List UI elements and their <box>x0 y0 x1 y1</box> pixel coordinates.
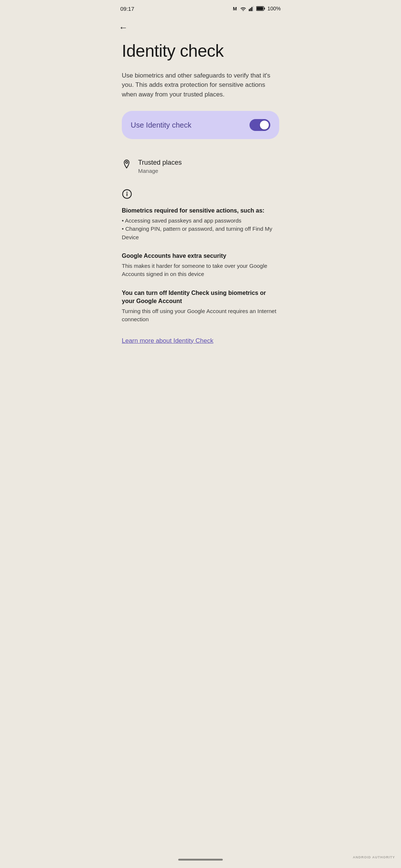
signal-icon <box>249 6 254 11</box>
gmail-icon: M <box>233 6 237 11</box>
info-block-1-title: Biometrics required for sensitive action… <box>122 207 279 215</box>
wifi-icon <box>240 6 247 11</box>
bullet-2: • Changing PIN, pattern or password, and… <box>122 225 279 241</box>
info-icon-row <box>122 189 279 201</box>
trusted-places-text: Trusted places Manage <box>138 158 279 174</box>
status-bar: 09:17 M 100% <box>111 0 290 16</box>
toggle-track <box>250 119 270 131</box>
info-block-biometrics: Biometrics required for sensitive action… <box>122 207 279 241</box>
battery-percentage: 100% <box>267 6 281 11</box>
identity-check-toggle-card[interactable]: Use Identity check <box>122 111 279 139</box>
info-block-3-title: You can turn off Identity Check using bi… <box>122 289 279 306</box>
info-block-turn-off: You can turn off Identity Check using bi… <box>122 289 279 324</box>
status-time: 09:17 <box>120 6 134 12</box>
trusted-places-title: Trusted places <box>138 158 279 167</box>
trusted-places-subtitle: Manage <box>138 168 279 174</box>
info-block-2-text: This makes it harder for someone to take… <box>122 262 279 279</box>
toggle-label: Use Identity check <box>131 121 191 129</box>
svg-rect-5 <box>257 7 263 10</box>
svg-rect-1 <box>250 8 251 11</box>
info-block-2-title: Google Accounts have extra security <box>122 252 279 260</box>
main-content: Identity check Use biometrics and other … <box>111 36 290 362</box>
svg-rect-6 <box>264 8 265 10</box>
svg-rect-0 <box>249 9 250 11</box>
home-indicator <box>178 859 223 861</box>
bottom-nav-bar <box>111 854 290 868</box>
bullet-1: • Accessing saved passkeys and app passw… <box>122 217 279 225</box>
info-block-google-accounts: Google Accounts have extra security This… <box>122 252 279 278</box>
info-icon <box>122 189 132 199</box>
svg-rect-3 <box>253 6 254 11</box>
back-button[interactable]: ← <box>111 16 137 36</box>
page-description: Use biometrics and other safeguards to v… <box>122 71 279 99</box>
info-block-3-text: Turning this off using your Google Accou… <box>122 307 279 324</box>
location-icon <box>122 159 131 170</box>
info-section: Biometrics required for sensitive action… <box>122 180 279 347</box>
toggle-thumb <box>260 121 269 129</box>
svg-point-7 <box>125 161 127 163</box>
back-arrow-icon: ← <box>119 22 128 32</box>
learn-more-link[interactable]: Learn more about Identity Check <box>122 337 213 345</box>
page-title: Identity check <box>122 42 279 60</box>
battery-icon <box>256 6 265 11</box>
svg-rect-2 <box>251 7 252 11</box>
identity-check-toggle[interactable] <box>250 119 270 131</box>
status-icons: M 100% <box>233 6 281 11</box>
trusted-places-item[interactable]: Trusted places Manage <box>122 152 279 180</box>
